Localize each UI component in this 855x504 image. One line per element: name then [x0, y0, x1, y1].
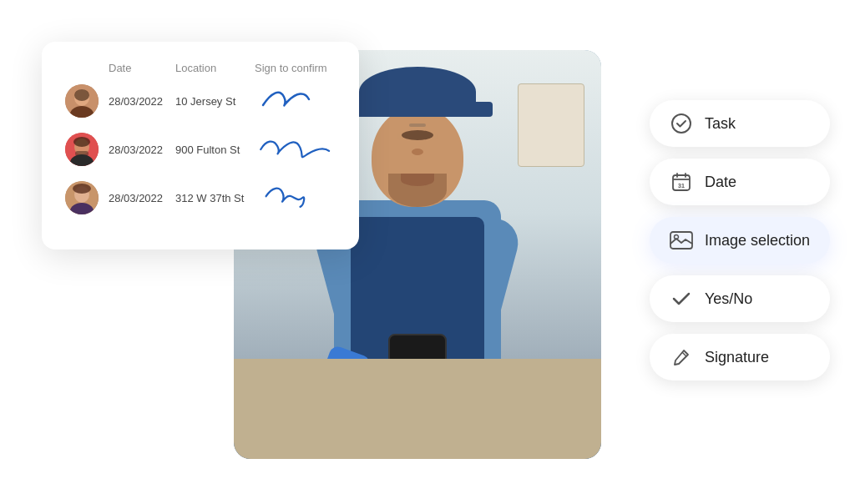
signature-card: Date Location Sign to confirm 28/03/2022…: [42, 42, 359, 249]
feature-label-date: Date: [705, 174, 736, 191]
svg-point-8: [73, 137, 90, 147]
scene: Date Location Sign to confirm 28/03/2022…: [0, 0, 855, 504]
features-panel: Task 31 Date Ima: [650, 100, 830, 381]
feature-label-signature: Signature: [705, 349, 769, 366]
feature-pill-task[interactable]: Task: [650, 100, 830, 147]
row-location: 900 Fulton St: [175, 144, 255, 156]
signature-field: [255, 181, 338, 214]
svg-point-3: [74, 89, 89, 101]
checkmark-icon: [670, 287, 693, 310]
row-date: 28/03/2022: [109, 192, 175, 204]
row-location: 312 W 37th St: [175, 192, 255, 204]
row-date: 28/03/2022: [109, 144, 175, 156]
feature-label-yes-no: Yes/No: [705, 290, 752, 308]
feature-pill-yes-no[interactable]: Yes/No: [650, 275, 830, 322]
table-row: 28/03/2022 900 Fulton St: [65, 133, 336, 166]
svg-point-12: [73, 184, 91, 194]
feature-pill-image-selection[interactable]: Image selection: [650, 217, 830, 264]
svg-point-17: [674, 235, 678, 239]
row-date: 28/03/2022: [109, 95, 175, 108]
row-location: 10 Jersey St: [175, 95, 255, 108]
image-icon: [670, 229, 693, 252]
table-row: 28/03/2022 10 Jersey St: [65, 84, 336, 118]
feature-label-image-selection: Image selection: [705, 232, 810, 249]
table-row: 28/03/2022 312 W 37th St: [65, 181, 336, 214]
feature-pill-signature[interactable]: Signature: [650, 334, 830, 381]
svg-point-13: [672, 114, 691, 133]
feature-label-task: Task: [705, 115, 736, 133]
signature-field: [255, 133, 338, 166]
col-date-header: Date: [109, 62, 175, 74]
col-location-header: Location: [175, 62, 255, 74]
col-sign-header: Sign to confirm: [255, 62, 327, 74]
svg-text:31: 31: [678, 183, 685, 189]
circle-check-icon: [670, 112, 693, 135]
signature-field: [255, 84, 338, 118]
calendar-icon: 31: [670, 170, 693, 194]
avatar: [65, 181, 99, 214]
feature-pill-date[interactable]: 31 Date: [650, 159, 830, 205]
avatar: [65, 133, 99, 166]
avatar: [65, 84, 99, 118]
pen-icon: [670, 345, 693, 369]
table-header: Date Location Sign to confirm: [65, 62, 336, 74]
